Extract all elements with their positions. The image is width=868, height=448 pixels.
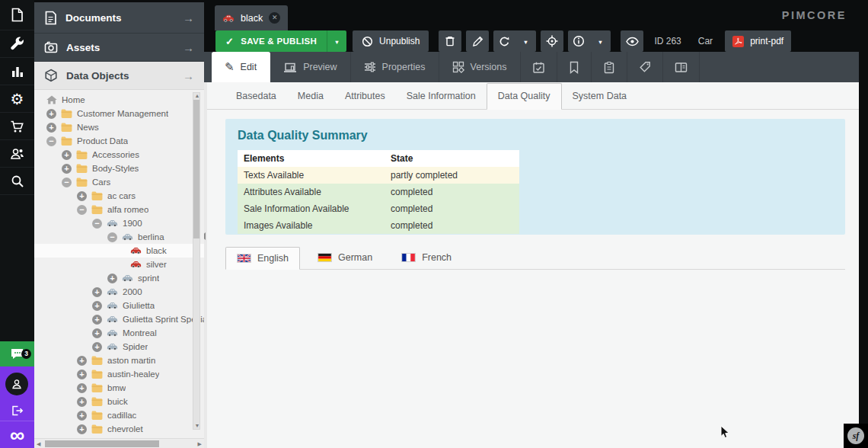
scroll-up-arrow[interactable] xyxy=(194,93,200,99)
tab-attributes[interactable]: Attributes xyxy=(334,84,396,109)
logout-button[interactable] xyxy=(0,400,34,421)
tree-item-montreal[interactable]: Montreal xyxy=(34,326,204,340)
expand-icon[interactable] xyxy=(77,370,87,379)
pimcore-logo-mark[interactable] xyxy=(0,421,34,448)
tree-item-product-data[interactable]: Product Data xyxy=(34,134,204,148)
notifications-button[interactable]: 3 xyxy=(0,341,34,366)
rail-reports-button[interactable] xyxy=(0,58,34,85)
tree-item-spider[interactable]: Spider xyxy=(34,340,204,354)
tree-item-buick[interactable]: buick xyxy=(34,395,204,408)
expand-icon[interactable] xyxy=(92,301,102,311)
info-button[interactable] xyxy=(568,30,589,52)
unpublish-button[interactable]: Unpublish xyxy=(353,30,429,52)
tab-tags[interactable] xyxy=(627,52,663,82)
close-icon[interactable] xyxy=(269,12,280,24)
tree-item-cadillac[interactable]: cadillac xyxy=(34,408,204,422)
rail-search-button[interactable] xyxy=(0,168,34,195)
expand-icon[interactable] xyxy=(62,164,72,174)
tree-item-berlina[interactable]: berlina xyxy=(34,230,204,244)
tree-item-cars[interactable]: Cars xyxy=(34,175,204,189)
rename-button[interactable] xyxy=(466,30,489,52)
tree-item-home[interactable]: Home xyxy=(34,93,204,107)
tab-media[interactable]: Media xyxy=(287,84,334,109)
accordion-documents[interactable]: Documents xyxy=(34,2,204,34)
tree-item-customer-management[interactable]: Customer Management xyxy=(34,107,204,120)
tab-edit[interactable]: Edit xyxy=(212,52,270,82)
expand-icon[interactable] xyxy=(46,109,56,119)
expand-icon[interactable] xyxy=(77,411,87,421)
scroll-right-arrow[interactable] xyxy=(198,440,202,447)
tab-versions[interactable]: Versions xyxy=(439,52,521,82)
delete-button[interactable] xyxy=(439,30,461,52)
locate-in-tree-button[interactable] xyxy=(541,30,563,52)
save-publish-button[interactable]: SAVE & PUBLISH xyxy=(215,30,346,52)
print-pdf-button[interactable]: print-pdf xyxy=(725,30,791,52)
collapse-icon[interactable] xyxy=(92,219,102,229)
collapse-icon[interactable] xyxy=(46,136,56,146)
tree-horizontal-scrollbar[interactable] xyxy=(34,438,204,448)
reload-dropdown-button[interactable] xyxy=(515,30,536,52)
avatar[interactable] xyxy=(5,373,28,395)
collapse-icon[interactable] xyxy=(62,178,72,187)
accordion-data-objects[interactable]: Data Objects xyxy=(34,62,204,90)
collapse-icon[interactable] xyxy=(107,232,117,242)
tree-vertical-scrollbar[interactable] xyxy=(193,92,200,430)
tab-basedata[interactable]: Basedata xyxy=(225,84,287,109)
tab-black[interactable]: black xyxy=(215,5,288,30)
rail-tools-button[interactable] xyxy=(0,30,34,58)
expand-icon[interactable] xyxy=(92,342,102,352)
accordion-assets[interactable]: Assets xyxy=(34,34,204,62)
collapse-icon[interactable] xyxy=(77,205,87,215)
expand-icon[interactable] xyxy=(77,356,87,366)
expand-icon[interactable] xyxy=(77,424,87,434)
expand-icon[interactable] xyxy=(77,383,87,393)
tab-language-german[interactable]: German xyxy=(306,247,384,269)
save-dropdown-button[interactable] xyxy=(327,30,346,52)
rail-documents-button[interactable] xyxy=(0,0,34,30)
tab-notes-events[interactable] xyxy=(592,52,627,82)
tree-item-black[interactable]: black xyxy=(34,244,204,258)
tree-item-alfa-romeo[interactable]: alfa romeo xyxy=(34,203,204,216)
tree-item-bmw[interactable]: bmw xyxy=(34,381,204,395)
info-dropdown-button[interactable] xyxy=(589,30,611,52)
open-preview-button[interactable] xyxy=(621,30,643,52)
scrollbar-thumb[interactable] xyxy=(45,440,159,447)
tab-data-quality[interactable]: Data Quality xyxy=(487,83,562,110)
tab-dependencies[interactable] xyxy=(557,52,592,82)
tab-properties[interactable]: Properties xyxy=(351,52,439,82)
tree-item-1900[interactable]: 1900 xyxy=(34,216,204,230)
tree-item-2000[interactable]: 2000 xyxy=(34,285,204,299)
scroll-left-arrow[interactable] xyxy=(37,440,40,447)
tree-item-silver[interactable]: silver xyxy=(34,258,204,271)
rail-settings-button[interactable] xyxy=(0,85,34,113)
tree-item-sprint[interactable]: sprint xyxy=(34,271,204,285)
expand-icon[interactable] xyxy=(92,287,102,297)
expand-icon[interactable] xyxy=(92,315,102,325)
tab-sale-information[interactable]: Sale Information xyxy=(396,84,487,109)
tree-item-gulietta-sprint-speciale[interactable]: Gulietta Sprint Specia xyxy=(34,312,204,326)
tree-item-aston-martin[interactable]: aston martin xyxy=(34,354,204,367)
rail-ecommerce-button[interactable] xyxy=(0,113,34,140)
tab-language-english[interactable]: English xyxy=(225,247,300,270)
tree-item-giulietta[interactable]: Giulietta xyxy=(34,299,204,312)
tree-item-chevrolet[interactable]: chevrolet xyxy=(34,422,204,436)
expand-icon[interactable] xyxy=(92,328,102,338)
reload-button[interactable] xyxy=(493,30,515,52)
tab-language-french[interactable]: French xyxy=(390,247,463,269)
scroll-down-arrow[interactable] xyxy=(194,423,200,429)
reload-button-group[interactable] xyxy=(493,30,536,52)
rail-customers-button[interactable] xyxy=(0,140,34,168)
tree-item-body-styles[interactable]: Body-Styles xyxy=(34,162,204,175)
info-button-group[interactable] xyxy=(568,30,611,52)
tree-item-austin-healey[interactable]: austin-healey xyxy=(34,367,204,381)
tree-item-accessories[interactable]: Accessories xyxy=(34,148,204,162)
tab-system-data[interactable]: System Data xyxy=(562,84,638,109)
tab-schedule[interactable] xyxy=(521,52,557,82)
expand-icon[interactable] xyxy=(77,397,87,407)
tree-item-ac-cars[interactable]: ac cars xyxy=(34,189,204,203)
scrollbar-thumb[interactable] xyxy=(193,100,199,238)
tree-item-news[interactable]: News xyxy=(34,120,204,134)
expand-icon[interactable] xyxy=(77,191,87,201)
expand-icon[interactable] xyxy=(107,274,117,283)
tab-translations[interactable] xyxy=(663,52,700,82)
